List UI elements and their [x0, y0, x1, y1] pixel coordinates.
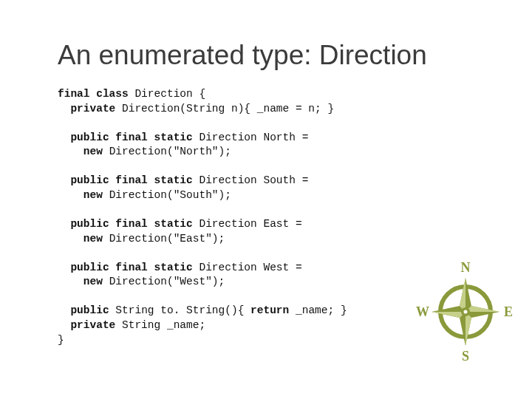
compass-icon: N S E W	[414, 260, 517, 364]
svg-marker-7	[432, 312, 466, 318]
code-text: _name; }	[296, 304, 347, 316]
kw: public	[58, 304, 115, 316]
code-text: Direction("East");	[109, 233, 225, 245]
code-text: Direction("North");	[109, 146, 231, 157]
compass-n: N	[461, 260, 471, 275]
code-text	[58, 160, 64, 172]
code-text: String _name;	[122, 319, 205, 331]
svg-marker-8	[466, 306, 499, 312]
code-text: Direction("South");	[109, 189, 231, 201]
code-text: Direction East =	[199, 218, 301, 230]
kw: new	[58, 233, 109, 245]
kw: public final static	[58, 262, 199, 273]
kw: public final static	[58, 132, 199, 143]
kw: public final static	[58, 174, 199, 186]
compass-e: E	[504, 304, 513, 319]
compass-w: W	[416, 304, 429, 319]
code-text	[58, 290, 64, 302]
kw: new	[58, 146, 109, 157]
svg-marker-6	[466, 312, 471, 346]
code-text: String to. String(){	[115, 304, 250, 316]
compass-s: S	[462, 349, 469, 364]
kw: private	[58, 103, 122, 115]
kw: final class	[58, 88, 134, 100]
code-text: Direction(String n){ _name = n; }	[122, 103, 334, 115]
code-text	[58, 204, 64, 216]
slide-title: An enumerated type: Direction	[58, 40, 480, 71]
kw: private	[58, 319, 122, 331]
kw: new	[58, 189, 109, 201]
code-text	[58, 247, 64, 259]
code-text: Direction West =	[199, 262, 301, 273]
svg-marker-5	[460, 278, 466, 312]
kw: new	[58, 276, 109, 287]
code-text: Direction South =	[199, 174, 308, 186]
kw: public final static	[58, 218, 199, 230]
code-text: Direction {	[134, 88, 205, 100]
kw: return	[250, 304, 296, 316]
code-text: }	[58, 334, 64, 346]
code-text: Direction North =	[199, 132, 308, 143]
code-text	[58, 117, 64, 129]
svg-point-10	[464, 310, 468, 314]
code-text: Direction("West");	[109, 276, 225, 287]
